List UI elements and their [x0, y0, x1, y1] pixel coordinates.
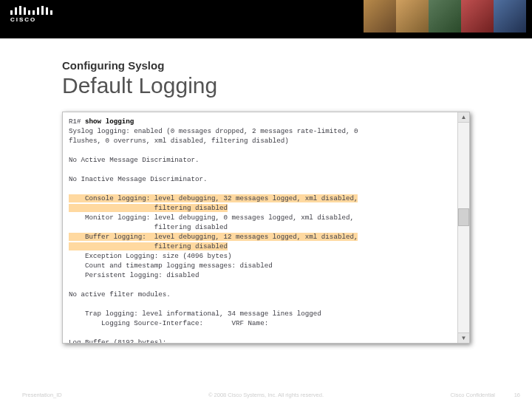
- out-line-highlight: Buffer logging: level debugging, 12 mess…: [69, 233, 358, 241]
- brand-name: CISCO: [10, 16, 52, 23]
- out-line: flushes, 0 overruns, xml disabled, filte…: [69, 137, 289, 145]
- scroll-up-icon[interactable]: ▲: [458, 112, 469, 123]
- out-line: Persistent logging: disabled: [69, 271, 199, 279]
- out-line: No active filter modules.: [69, 290, 171, 299]
- out-line: Log Buffer (8192 bytes):: [69, 338, 166, 343]
- slide-kicker: Configuring Syslog: [62, 59, 532, 72]
- out-line: Exception Logging: size (4096 bytes): [69, 252, 232, 260]
- scroll-thumb[interactable]: [458, 208, 469, 226]
- out-line: Count and timestamp logging messages: di…: [69, 262, 273, 270]
- terminal-output: R1# show logging Syslog logging: enabled…: [63, 112, 457, 343]
- brand-logo: CISCO: [10, 6, 52, 23]
- decorative-photo: [396, 0, 429, 33]
- footer-left: Presentation_ID: [22, 392, 62, 398]
- decorative-photo: [494, 0, 526, 33]
- out-line-highlight: Console logging: level debugging, 32 mes…: [69, 194, 358, 202]
- scrollbar[interactable]: ▲ ▼: [457, 112, 469, 343]
- page-number: 16: [514, 392, 520, 398]
- photo-strip: [364, 0, 526, 33]
- decorative-photo: [429, 0, 461, 33]
- out-line: Syslog logging: enabled (0 messages drop…: [69, 127, 358, 135]
- cisco-bars-icon: [10, 6, 52, 15]
- prompt: R1#: [69, 117, 81, 126]
- decorative-photo: [461, 0, 494, 33]
- out-line-highlight: filtering disabled: [69, 242, 228, 250]
- out-line: Logging Source-Interface: VRF Name:: [69, 319, 268, 327]
- out-line: Trap logging: level informational, 34 me…: [69, 310, 321, 318]
- decorative-photo: [364, 0, 396, 33]
- topbar: CISCO: [0, 0, 532, 38]
- slide-title: Default Logging: [62, 73, 532, 98]
- terminal-window: R1# show logging Syslog logging: enabled…: [62, 112, 470, 344]
- slide: CISCO Configuring Syslog Default Logging…: [0, 0, 532, 399]
- command: show logging: [85, 117, 134, 126]
- scroll-down-icon[interactable]: ▼: [458, 332, 469, 343]
- out-line: No Inactive Message Discriminator.: [69, 175, 207, 183]
- out-line: Monitor logging: level debugging, 0 mess…: [69, 214, 354, 222]
- heading-block: Configuring Syslog Default Logging: [0, 38, 532, 98]
- out-line: filtering disabled: [69, 223, 228, 231]
- out-line: No Active Message Discriminator.: [69, 156, 199, 164]
- footer-confidential: Cisco Confidential: [451, 392, 495, 398]
- out-line-highlight: filtering disabled: [69, 204, 228, 212]
- footer-copyright: © 2008 Cisco Systems, Inc. All rights re…: [208, 392, 324, 398]
